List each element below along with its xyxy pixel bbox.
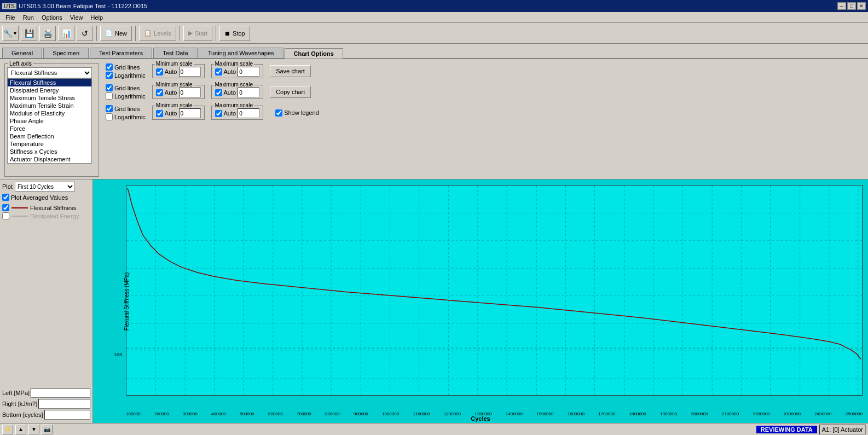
start-icon: ▶ bbox=[188, 30, 193, 37]
dropdown-option-1[interactable]: Dissipated Energy bbox=[8, 86, 91, 94]
tab-test-parameters[interactable]: Test Parameters bbox=[90, 48, 152, 58]
max-value-1[interactable] bbox=[238, 67, 259, 77]
title-bar: UTS UTS015 3.00 Beam Fatigue Test - 1112… bbox=[0, 0, 868, 12]
min-scale-label-2: Minimum scale bbox=[155, 82, 194, 88]
legend-check-0[interactable] bbox=[2, 204, 9, 211]
axis-row-2: Grid lines Logarithmic Minimum scale Aut… bbox=[106, 84, 864, 100]
toolbar-sep-2 bbox=[135, 26, 136, 41]
dropdown-option-0[interactable]: Flexural Stiffness bbox=[8, 79, 91, 86]
show-legend-check[interactable]: Show legend bbox=[275, 109, 319, 117]
dropdown-option-6[interactable]: Force bbox=[8, 125, 91, 132]
tab-general[interactable]: General bbox=[2, 48, 42, 58]
toolbar-icon-1[interactable]: 🔧 ▼ bbox=[2, 26, 19, 41]
x-ticks: 100000 200000 300000 400000 500000 60000… bbox=[126, 411, 863, 416]
toolbar-save-btn[interactable]: 💾 bbox=[21, 26, 37, 41]
dropdown-option-10[interactable]: Actuator Displacement bbox=[8, 155, 91, 163]
left-axis-dropdown[interactable]: Flexural Stiffness Dissipated Energy Max… bbox=[7, 67, 92, 78]
menu-view[interactable]: View bbox=[67, 13, 86, 22]
toolbar-print-btn[interactable]: 🖨️ bbox=[39, 26, 56, 41]
menu-run[interactable]: Run bbox=[20, 13, 37, 22]
min-auto-1[interactable]: Auto bbox=[156, 68, 177, 76]
min-auto-2[interactable]: Auto bbox=[156, 89, 177, 96]
stop-button[interactable]: ⏹ Stop bbox=[219, 26, 250, 41]
tab-test-data[interactable]: Test Data bbox=[153, 48, 197, 58]
tab-chart-options[interactable]: Chart Options bbox=[285, 48, 343, 59]
min-auto-3[interactable]: Auto bbox=[156, 110, 177, 117]
logarithmic-check-1[interactable]: Logarithmic bbox=[106, 72, 146, 79]
max-scale-label-2: Maximum scale bbox=[214, 82, 254, 88]
status-btn-down[interactable]: ▼ bbox=[28, 425, 39, 434]
legend-color-1 bbox=[11, 216, 28, 217]
max-auto-2[interactable]: Auto bbox=[215, 89, 236, 96]
save-chart-btn[interactable]: Save chart bbox=[270, 65, 311, 77]
menu-help[interactable]: Help bbox=[88, 13, 107, 22]
min-value-2[interactable] bbox=[179, 88, 201, 97]
dropdown-list: Flexural Stiffness Dissipated Energy Max… bbox=[7, 78, 92, 164]
menu-options[interactable]: Options bbox=[38, 13, 66, 22]
gridlines-check-3[interactable]: Grid lines bbox=[106, 105, 146, 112]
max-auto-3[interactable]: Auto bbox=[215, 110, 236, 117]
left-axis-label: Left axis bbox=[8, 60, 33, 67]
plot-averaged-check[interactable]: Plot Averaged Values bbox=[2, 194, 90, 201]
status-btn-cam[interactable]: 📷 bbox=[42, 425, 53, 434]
levels-icon: 📋 bbox=[144, 30, 152, 37]
axis-row-3: Grid lines Logarithmic Minimum scale Aut… bbox=[106, 105, 864, 120]
dropdown-option-3[interactable]: Maximum Tensile Strain bbox=[8, 102, 91, 109]
toolbar-sep-1 bbox=[96, 26, 97, 41]
x-axis-label: Cycles bbox=[471, 415, 490, 422]
bottom-coord-value bbox=[44, 410, 90, 420]
tab-specimen[interactable]: Specimen bbox=[43, 48, 89, 58]
plot-label: Plot bbox=[2, 183, 13, 190]
legend-item-1: Dissipated Energy bbox=[2, 212, 90, 219]
max-auto-1[interactable]: Auto bbox=[215, 68, 236, 76]
levels-button[interactable]: 📋 Levels bbox=[139, 26, 176, 41]
coord-section: Left [MPa] Right [kJ/m?] Bottom [cycles] bbox=[2, 388, 90, 421]
axis-row-1: Grid lines Logarithmic Minimum scale Aut… bbox=[106, 63, 864, 79]
toolbar-chart-btn[interactable]: 📊 bbox=[58, 26, 74, 41]
toolbar-sep-3 bbox=[180, 26, 180, 41]
legend-label-1: Dissipated Energy bbox=[30, 213, 79, 219]
logarithmic-check-3[interactable]: Logarithmic bbox=[106, 113, 146, 120]
right-coord-label: Right [kJ/m?] bbox=[2, 401, 37, 407]
bottom-coord-label: Bottom [cycles] bbox=[2, 411, 43, 418]
restore-button[interactable]: □ bbox=[847, 2, 856, 10]
min-value-3[interactable] bbox=[179, 108, 201, 118]
left-coord-value bbox=[31, 388, 90, 398]
max-value-2[interactable] bbox=[238, 88, 259, 97]
stop-icon: ⏹ bbox=[224, 30, 230, 37]
dropdown-option-5[interactable]: Phase Angle bbox=[8, 117, 91, 125]
minimize-button[interactable]: ─ bbox=[837, 2, 846, 10]
left-plot-panel: Plot First 10 Cycles Plot Averaged Value… bbox=[0, 179, 93, 423]
close-button[interactable]: ✕ bbox=[857, 2, 866, 10]
print-icon: 🖨️ bbox=[43, 29, 53, 38]
dropdown-option-2[interactable]: Maximum Tensile Stress bbox=[8, 94, 91, 102]
max-value-3[interactable] bbox=[238, 108, 259, 118]
title-text: UTS015 3.00 Beam Fatigue Test - 111222.D… bbox=[19, 3, 147, 9]
dropdown-option-9[interactable]: Stiffness x Cycles bbox=[8, 148, 91, 155]
toolbar-refresh-btn[interactable]: ↺ bbox=[77, 26, 93, 41]
gridlines-check-1[interactable]: Grid lines bbox=[106, 63, 146, 71]
status-btn-up[interactable]: ▲ bbox=[15, 425, 26, 434]
axis-controls: Grid lines Logarithmic Minimum scale Aut… bbox=[101, 59, 868, 179]
chart-options-panel: Left axis Flexural Stiffness Dissipated … bbox=[0, 59, 868, 179]
tab-tuning[interactable]: Tuning and Waveshapes bbox=[199, 48, 283, 58]
gridlines-check-2[interactable]: Grid lines bbox=[106, 84, 146, 91]
start-button[interactable]: ▶ Start bbox=[183, 26, 212, 41]
new-button[interactable]: 📄 New bbox=[100, 26, 132, 41]
left-coord-label: Left [MPa] bbox=[2, 390, 30, 396]
tabs: General Specimen Test Parameters Test Da… bbox=[0, 44, 868, 59]
dropdown-option-4[interactable]: Modulus of Elasticity bbox=[8, 109, 91, 117]
dropdown-option-7[interactable]: Beam Deflection bbox=[8, 132, 91, 140]
refresh-icon: ↺ bbox=[82, 29, 88, 38]
min-value-1[interactable] bbox=[179, 67, 201, 77]
reviewing-badge: REVIEWING DATA bbox=[756, 426, 817, 433]
copy-chart-btn[interactable]: Copy chart bbox=[270, 86, 311, 98]
status-btn-icon[interactable]: ⚡ bbox=[2, 425, 13, 434]
menu-file[interactable]: File bbox=[2, 13, 19, 22]
menu-bar: File Run Options View Help bbox=[0, 12, 868, 23]
dropdown-option-8[interactable]: Temperature bbox=[8, 140, 91, 148]
logarithmic-check-2[interactable]: Logarithmic bbox=[106, 92, 146, 100]
status-bar: ⚡ ▲ ▼ 📷 REVIEWING DATA A1: [0] Actuator bbox=[0, 423, 868, 435]
plot-dropdown[interactable]: First 10 Cycles bbox=[15, 182, 75, 192]
legend-check-1[interactable] bbox=[2, 212, 9, 219]
